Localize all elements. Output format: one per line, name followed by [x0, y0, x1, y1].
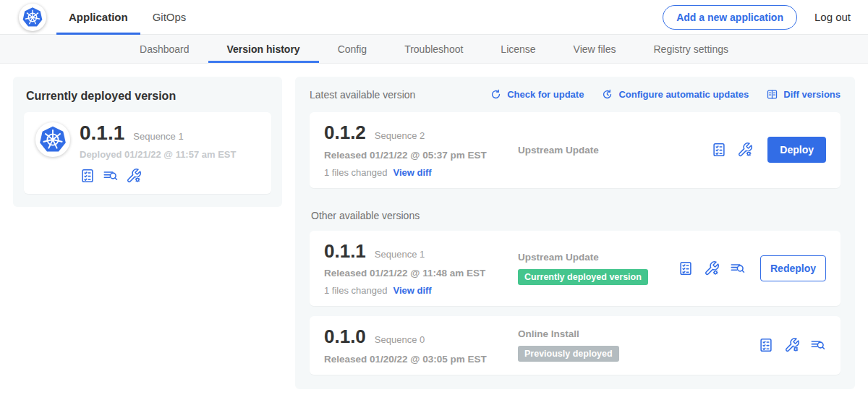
subnav-version-history[interactable]: Version history — [208, 35, 319, 63]
version-row-0-1-1: 0.1.1 Sequence 1 Released 01/21/22 @ 11:… — [310, 231, 841, 307]
diff-versions-label: Diff versions — [783, 89, 841, 100]
edit-config-icon[interactable] — [704, 260, 720, 276]
edit-config-icon[interactable] — [737, 142, 753, 158]
deploy-logs-icon[interactable] — [810, 337, 826, 353]
app-subnav: Dashboard Version history Config Trouble… — [0, 35, 868, 64]
subnav-troubleshoot[interactable]: Troubleshoot — [386, 35, 482, 63]
redeploy-button[interactable]: Redeploy — [760, 255, 826, 281]
check-for-update-label: Check for update — [507, 89, 584, 100]
files-changed-label: 1 files changed — [324, 167, 387, 178]
diff-icon — [766, 88, 778, 101]
previously-deployed-badge: Previously deployed — [518, 346, 619, 362]
deployed-version-number: 0.1.1 — [80, 122, 124, 143]
tab-application[interactable]: Application — [56, 0, 140, 35]
deployed-timestamp: Deployed 01/21/22 @ 11:57 am EST — [80, 149, 236, 160]
row-sequence-label: Sequence 0 — [375, 334, 425, 345]
latest-version-title: Latest available version — [310, 89, 415, 101]
subnav-registry-settings[interactable]: Registry settings — [635, 35, 747, 63]
row-sequence-label: Sequence 1 — [375, 249, 425, 260]
app-header: Application GitOps Add a new application… — [0, 0, 868, 35]
release-notes-icon[interactable] — [678, 260, 694, 276]
release-notes-icon[interactable] — [80, 168, 95, 184]
main-content: Currently deployed version — [0, 64, 868, 402]
subnav-config[interactable]: Config — [319, 35, 386, 63]
row-released-timestamp: Released 01/21/22 @ 05:37 pm EST — [324, 150, 505, 161]
diff-versions-link[interactable]: Diff versions — [766, 88, 841, 101]
edit-config-icon[interactable] — [126, 168, 142, 184]
view-diff-link[interactable]: View diff — [393, 285, 431, 296]
row-version-number: 0.1.2 — [324, 122, 366, 143]
row-version-number: 0.1.1 — [324, 241, 366, 262]
deployed-version-tile: 0.1.1 Sequence 1 Deployed 01/21/22 @ 11:… — [24, 112, 271, 194]
row-version-number: 0.1.0 — [324, 326, 366, 347]
check-for-update-link[interactable]: Check for update — [490, 88, 584, 101]
deployed-sequence-label: Sequence 1 — [133, 131, 183, 142]
version-source-label: Upstream Update — [518, 145, 711, 156]
deploy-logs-icon[interactable] — [103, 168, 119, 184]
release-notes-icon[interactable] — [758, 337, 774, 353]
subnav-dashboard[interactable]: Dashboard — [121, 35, 208, 63]
version-source-label: Upstream Update — [518, 252, 678, 263]
version-source-label: Online Install — [518, 328, 758, 339]
version-row-0-1-0: 0.1.0 Sequence 0 Released 01/20/22 @ 03:… — [310, 316, 841, 375]
other-versions-title: Other available versions — [311, 210, 841, 221]
currently-deployed-badge: Currently deployed version — [518, 269, 648, 285]
row-released-timestamp: Released 01/21/22 @ 11:48 am EST — [324, 268, 505, 279]
files-changed-label: 1 files changed — [324, 285, 387, 296]
app-icon — [35, 122, 70, 157]
version-row-0-1-2: 0.1.2 Sequence 2 Released 01/21/22 @ 05:… — [310, 112, 841, 188]
view-diff-link[interactable]: View diff — [393, 167, 431, 178]
configure-automatic-updates-label: Configure automatic updates — [618, 89, 749, 100]
deploy-logs-icon[interactable] — [730, 260, 746, 276]
subnav-license[interactable]: License — [482, 35, 554, 63]
kubernetes-logo — [19, 4, 46, 31]
deploy-button[interactable]: Deploy — [767, 137, 826, 163]
version-history-panel: Latest available version Check for updat… — [295, 77, 855, 389]
currently-deployed-card: Currently deployed version — [13, 77, 282, 207]
subnav-view-files[interactable]: View files — [555, 35, 635, 63]
deployed-card-title: Currently deployed version — [26, 90, 271, 103]
row-sequence-label: Sequence 2 — [375, 130, 425, 141]
release-notes-icon[interactable] — [711, 142, 727, 158]
tab-gitops[interactable]: GitOps — [140, 0, 199, 35]
configure-automatic-updates-link[interactable]: Configure automatic updates — [601, 88, 749, 101]
logout-button[interactable]: Log out — [814, 11, 851, 23]
add-application-button[interactable]: Add a new application — [663, 5, 797, 30]
clock-refresh-icon — [601, 88, 613, 101]
row-released-timestamp: Released 01/20/22 @ 03:05 pm EST — [324, 354, 505, 365]
refresh-icon — [490, 88, 502, 101]
edit-config-icon[interactable] — [784, 337, 800, 353]
